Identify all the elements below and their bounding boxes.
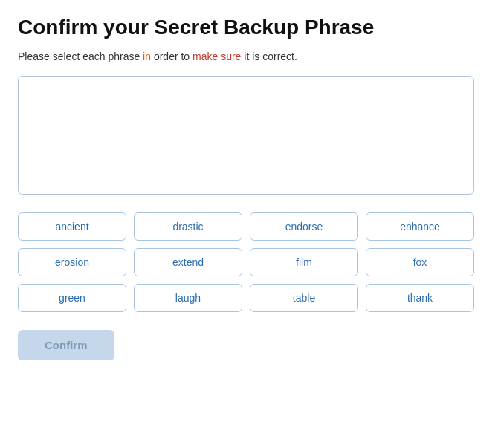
word-grid: ancientdrasticendorseenhanceerosionexten… (18, 212, 474, 312)
subtitle: Please select each phrase in order to ma… (18, 51, 474, 62)
subtitle-before: Please select each phrase (18, 51, 143, 62)
confirm-button[interactable]: Confirm (18, 330, 114, 360)
word-button[interactable]: thank (366, 284, 474, 312)
subtitle-highlight-in: in (143, 51, 151, 62)
word-button[interactable]: extend (134, 248, 242, 276)
subtitle-highlight-make-sure: make sure (192, 51, 241, 62)
word-button[interactable]: table (250, 284, 358, 312)
word-button[interactable]: fox (366, 248, 474, 276)
selection-area (18, 76, 474, 195)
word-button[interactable]: drastic (134, 212, 242, 241)
word-button[interactable]: laugh (134, 284, 242, 312)
word-button[interactable]: ancient (18, 212, 126, 241)
word-button[interactable]: enhance (366, 212, 474, 241)
subtitle-after: it is correct. (241, 51, 297, 62)
word-button[interactable]: film (250, 248, 358, 276)
word-button[interactable]: endorse (250, 212, 358, 241)
word-button[interactable]: erosion (18, 248, 126, 276)
page-title: Confirm your Secret Backup Phrase (18, 15, 474, 40)
subtitle-middle: order to (151, 51, 192, 62)
word-button[interactable]: green (18, 284, 126, 312)
